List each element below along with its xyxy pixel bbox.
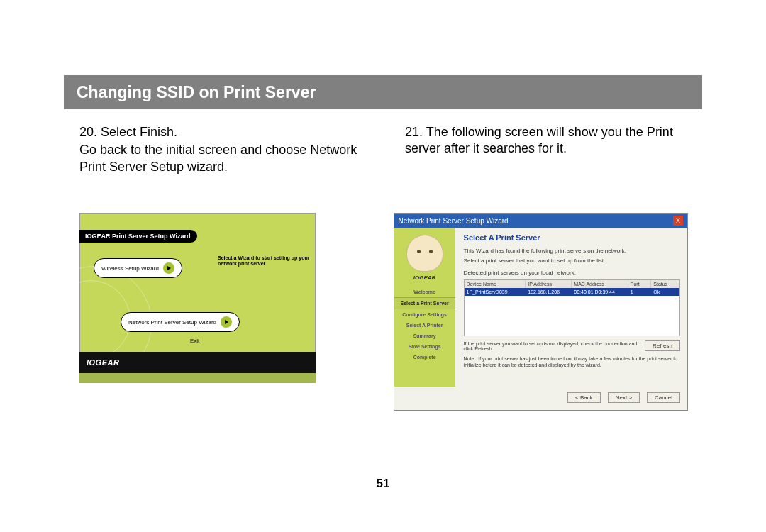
col-mac: MAC Address bbox=[572, 280, 628, 288]
print-server-table[interactable]: Device Name IP Address MAC Address Port … bbox=[464, 279, 680, 336]
cell-ip: 192.168.1.206 bbox=[526, 288, 572, 296]
figures-row: IOGEAR Print Server Setup Wizard Wireles… bbox=[79, 213, 688, 411]
cell-port: 1 bbox=[628, 288, 652, 296]
step-number: 20. bbox=[79, 125, 97, 139]
launcher-hint: Select a Wizard to start setting up your… bbox=[218, 255, 310, 267]
page-number: 51 bbox=[0, 477, 766, 491]
pill-label: Network Print Server Setup Wizard bbox=[128, 319, 216, 326]
sidebar-step: Save Settings bbox=[394, 341, 455, 352]
wireless-wizard-button[interactable]: Wireless Setup Wizard bbox=[94, 258, 182, 278]
next-button[interactable]: Next > bbox=[608, 392, 640, 403]
cancel-button[interactable]: Cancel bbox=[647, 392, 680, 403]
wizard-dialog-screenshot: Network Print Server Setup Wizard X IOGE… bbox=[394, 213, 688, 411]
step-title: The following screen will show you the P… bbox=[405, 125, 673, 155]
sidebar-step: Welcome bbox=[394, 287, 455, 297]
dialog-intro-2: Select a print server that you want to s… bbox=[464, 257, 680, 265]
mascot-icon bbox=[406, 235, 443, 272]
exit-link[interactable]: Exit bbox=[190, 338, 199, 344]
refresh-hint: If the print server you want to set up i… bbox=[464, 341, 645, 351]
section-header: Changing SSID on Print Server bbox=[64, 75, 702, 109]
table-row[interactable]: 1P_PrintServD039 192.168.1.206 00:40:01:… bbox=[465, 288, 679, 296]
dialog-sidebar: IOGEAR Welcome Select a Print Server Con… bbox=[394, 228, 455, 387]
sidebar-step-active: Select a Print Server bbox=[394, 297, 455, 309]
dialog-intro-1: This Wizard has found the following prin… bbox=[464, 248, 680, 255]
launcher-banner: IOGEAR Print Server Setup Wizard bbox=[79, 230, 197, 243]
brand-strip: IOGEAR bbox=[79, 352, 316, 373]
cell-mac: 00:40:01:D0:39:44 bbox=[572, 288, 628, 296]
sidebar-step: Configure Settings bbox=[394, 309, 455, 320]
refresh-button[interactable]: Refresh bbox=[645, 340, 680, 351]
dialog-footer: < Back Next > Cancel bbox=[394, 387, 687, 410]
close-icon[interactable]: X bbox=[673, 216, 683, 226]
setup-launcher-screenshot: IOGEAR Print Server Setup Wizard Wireles… bbox=[79, 213, 316, 383]
cell-status: Ok bbox=[651, 288, 679, 296]
step-20: 20. Select Finish. Go back to the initia… bbox=[79, 124, 362, 175]
section-title: Changing SSID on Print Server bbox=[77, 83, 316, 102]
step-21: 21. The following screen will show you t… bbox=[405, 124, 688, 175]
table-header: Device Name IP Address MAC Address Port … bbox=[465, 280, 679, 288]
sidebar-step: Summary bbox=[394, 331, 455, 341]
dialog-main: Select A Print Server This Wizard has fo… bbox=[455, 228, 687, 387]
brand-text: IOGEAR bbox=[87, 358, 119, 367]
play-icon bbox=[221, 316, 232, 328]
col-ip: IP Address bbox=[526, 280, 572, 288]
pill-label: Wireless Setup Wizard bbox=[101, 265, 159, 272]
network-wizard-button[interactable]: Network Print Server Setup Wizard bbox=[121, 312, 240, 332]
dialog-title: Network Print Server Setup Wizard bbox=[399, 217, 509, 225]
col-status: Status bbox=[651, 280, 679, 288]
dialog-note: Note : If your print server has just bee… bbox=[464, 355, 680, 368]
play-icon bbox=[163, 262, 174, 274]
back-button[interactable]: < Back bbox=[567, 392, 601, 403]
step-number: 21. bbox=[405, 125, 423, 139]
sidebar-step: Select A Printer bbox=[394, 320, 455, 331]
dialog-titlebar: Network Print Server Setup Wizard X bbox=[394, 214, 687, 228]
step-subtext: Go back to the initial screen and choose… bbox=[79, 142, 362, 175]
cell-device: 1P_PrintServD039 bbox=[465, 288, 526, 296]
detected-label: Detected print servers on your local net… bbox=[464, 270, 680, 277]
footer-strip bbox=[79, 373, 316, 383]
col-port: Port bbox=[628, 280, 652, 288]
instruction-columns: 20. Select Finish. Go back to the initia… bbox=[79, 124, 688, 175]
dialog-heading: Select A Print Server bbox=[464, 233, 680, 242]
sidebar-brand: IOGEAR bbox=[394, 275, 455, 281]
step-title: Select Finish. bbox=[101, 125, 177, 139]
col-device: Device Name bbox=[465, 280, 526, 288]
table-empty-area bbox=[465, 296, 679, 336]
sidebar-step: Complete bbox=[394, 352, 455, 362]
